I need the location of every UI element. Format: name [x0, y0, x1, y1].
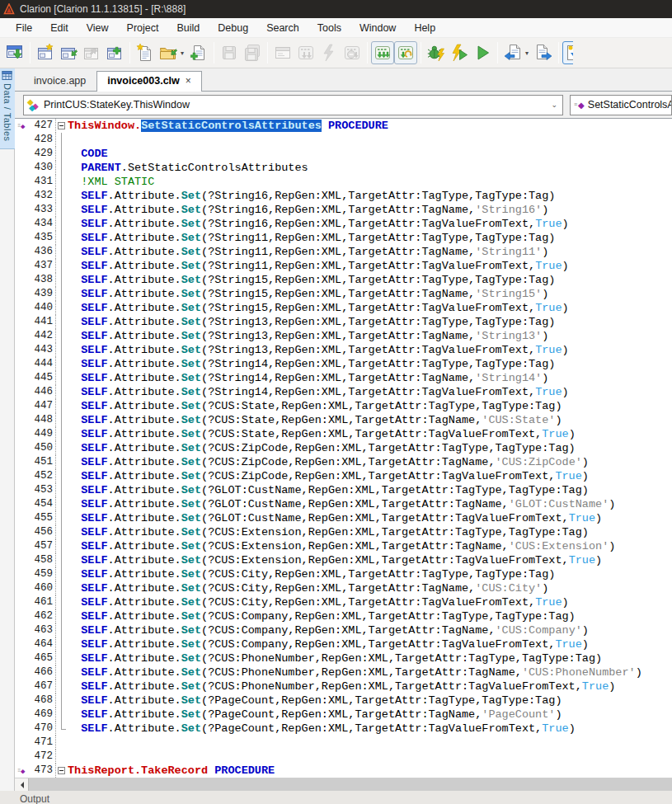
- code-line[interactable]: 462 SELF.Attribute.Set(?CUS:Company,RepG…: [15, 609, 672, 623]
- code-line[interactable]: ◆427ThisWindow.SetStaticControlsAttribut…: [15, 119, 672, 133]
- open-file-icon[interactable]: [157, 41, 180, 64]
- menu-view[interactable]: View: [78, 20, 118, 36]
- code-line[interactable]: 453 SELF.Attribute.Set(?GLOT:CustName,Re…: [15, 483, 672, 497]
- code-line[interactable]: 430 PARENT.SetStaticControlsAttributes: [15, 161, 672, 175]
- generate-code-icon[interactable]: [371, 41, 394, 64]
- code-line[interactable]: 458 SELF.Attribute.Set(?CUS:Extension,Re…: [15, 553, 672, 567]
- code-line[interactable]: 442 SELF.Attribute.Set(?String13,RepGen:…: [15, 329, 672, 343]
- menu-edit[interactable]: Edit: [41, 20, 78, 36]
- scroll-left-arrow-icon[interactable]: [15, 778, 28, 791]
- debug-start-icon[interactable]: [425, 41, 448, 64]
- data-tables-icon: [2, 70, 12, 81]
- menu-help[interactable]: Help: [405, 20, 444, 36]
- menu-search[interactable]: Search: [257, 20, 308, 36]
- code-line[interactable]: 433 SELF.Attribute.Set(?String16,RepGen:…: [15, 203, 672, 217]
- code-line[interactable]: 438 SELF.Attribute.Set(?String15,RepGen:…: [15, 273, 672, 287]
- new-file-icon[interactable]: [134, 41, 157, 64]
- code-line[interactable]: 432 SELF.Attribute.Set(?String16,RepGen:…: [15, 189, 672, 203]
- code-line[interactable]: 444 SELF.Attribute.Set(?String14,RepGen:…: [15, 357, 672, 371]
- menu-project[interactable]: Project: [118, 20, 168, 36]
- code-line[interactable]: 428: [15, 133, 672, 147]
- horizontal-scrollbar[interactable]: [15, 778, 672, 791]
- generate-application-icon[interactable]: [3, 41, 26, 64]
- tab-close-icon[interactable]: ×: [186, 75, 191, 87]
- code-line[interactable]: 447 SELF.Attribute.Set(?CUS:State,RepGen…: [15, 399, 672, 413]
- code-line[interactable]: 465 SELF.Attribute.Set(?CUS:PhoneNumber,…: [15, 651, 672, 665]
- previous-procedure-dropdown-icon[interactable]: ▾: [525, 49, 532, 57]
- next-procedure-icon[interactable]: [532, 41, 555, 64]
- fold-column: [56, 511, 68, 525]
- code-line[interactable]: 445 SELF.Attribute.Set(?String14,RepGen:…: [15, 371, 672, 385]
- fold-collapse-icon[interactable]: [56, 764, 68, 778]
- chevron-down-icon[interactable]: ⌄: [551, 101, 559, 109]
- code-line[interactable]: 460 SELF.Attribute.Set(?CUS:City,RepGen:…: [15, 581, 672, 595]
- open-file-dropdown-icon[interactable]: ▾: [181, 49, 187, 57]
- build-lightning-icon: [317, 41, 341, 64]
- menu-tools[interactable]: Tools: [308, 20, 350, 36]
- code-line[interactable]: 455 SELF.Attribute.Set(?GLOT:CustName,Re…: [15, 511, 672, 525]
- code-line[interactable]: 446 SELF.Attribute.Set(?String14,RepGen:…: [15, 385, 672, 399]
- code-line[interactable]: 469 SELF.Attribute.Set(?PageCount,RepGen…: [15, 708, 672, 722]
- previous-procedure-icon[interactable]: [501, 41, 524, 64]
- method-selector[interactable]: ◆ SetStaticControlsAtt: [570, 95, 672, 115]
- code-line[interactable]: 467 SELF.Attribute.Set(?CUS:PhoneNumber,…: [15, 679, 672, 694]
- code-line[interactable]: 440 SELF.Attribute.Set(?String15,RepGen:…: [15, 301, 672, 315]
- procedure-selector-value: PrintCUS:StateKey.ThisWindow: [44, 99, 190, 110]
- code-line[interactable]: 443 SELF.Attribute.Set(?String13,RepGen:…: [15, 343, 672, 357]
- menu-build[interactable]: Build: [167, 20, 209, 36]
- scrollbar-thumb[interactable]: [28, 778, 672, 791]
- edge-partial-icon[interactable]: [562, 41, 573, 64]
- code-line[interactable]: 429 CODE: [15, 147, 672, 161]
- code-line[interactable]: ◆473ThisReport.TakeRecord PROCEDURE: [15, 764, 672, 778]
- new-application-icon[interactable]: [34, 41, 57, 64]
- menu-window[interactable]: Window: [350, 20, 405, 36]
- code-line[interactable]: 468 SELF.Attribute.Set(?PageCount,RepGen…: [15, 694, 672, 708]
- add-file-icon[interactable]: [187, 41, 210, 64]
- menu-file[interactable]: File: [7, 20, 41, 36]
- code-line[interactable]: 436 SELF.Attribute.Set(?String11,RepGen:…: [15, 245, 672, 259]
- code-line[interactable]: 454 SELF.Attribute.Set(?GLOT:CustName,Re…: [15, 497, 672, 511]
- code-line[interactable]: 472: [15, 750, 672, 764]
- code-line[interactable]: 461 SELF.Attribute.Set(?CUS:City,RepGen:…: [15, 595, 672, 609]
- menu-debug[interactable]: Debug: [209, 20, 257, 36]
- toolbar-separator: [129, 42, 130, 63]
- code-line[interactable]: 457 SELF.Attribute.Set(?CUS:Extension,Re…: [15, 539, 672, 553]
- code-line[interactable]: 459 SELF.Attribute.Set(?CUS:City,RepGen:…: [15, 567, 672, 581]
- code-line[interactable]: 456 SELF.Attribute.Set(?CUS:Extension,Re…: [15, 525, 672, 539]
- code-editor[interactable]: ◆427ThisWindow.SetStaticControlsAttribut…: [15, 118, 672, 791]
- line-number: 430: [28, 161, 56, 175]
- code-line[interactable]: 471: [15, 736, 672, 750]
- code-text: SELF.Attribute.Set(?String15,RepGen:XML,…: [68, 287, 672, 301]
- code-line[interactable]: 449 SELF.Attribute.Set(?CUS:State,RepGen…: [15, 427, 672, 441]
- code-line[interactable]: 450 SELF.Attribute.Set(?CUS:ZipCode,RepG…: [15, 441, 672, 455]
- tab-invoice003-clw[interactable]: invoice003.clw ×: [96, 71, 202, 92]
- code-text: SELF.Attribute.Set(?String16,RepGen:XML,…: [68, 217, 672, 231]
- fold-collapse-icon[interactable]: [56, 119, 68, 133]
- sidebar-tab-data-tables[interactable]: Data / Tables: [0, 68, 15, 149]
- code-line[interactable]: 464 SELF.Attribute.Set(?CUS:Company,RepG…: [15, 637, 672, 651]
- code-text: SELF.Attribute.Set(?GLOT:CustName,RepGen…: [68, 511, 672, 525]
- code-line[interactable]: 434 SELF.Attribute.Set(?String16,RepGen:…: [15, 217, 672, 231]
- code-line[interactable]: 435 SELF.Attribute.Set(?String11,RepGen:…: [15, 231, 672, 245]
- add-application-icon[interactable]: [103, 41, 126, 64]
- regenerate-code-icon[interactable]: [394, 41, 417, 64]
- code-line[interactable]: 451 SELF.Attribute.Set(?CUS:ZipCode,RepG…: [15, 455, 672, 469]
- run-icon[interactable]: [471, 41, 494, 64]
- open-application-icon[interactable]: [57, 41, 80, 64]
- code-line[interactable]: 470 SELF.Attribute.Set(?PageCount,RepGen…: [15, 722, 672, 736]
- code-line[interactable]: 463 SELF.Attribute.Set(?CUS:Company,RepG…: [15, 623, 672, 637]
- gutter-margin: [15, 189, 28, 203]
- output-panel-header[interactable]: Output: [0, 791, 672, 804]
- toolbar-separator: [421, 42, 421, 63]
- run-with-debug-icon[interactable]: [448, 41, 471, 64]
- code-line[interactable]: 439 SELF.Attribute.Set(?String15,RepGen:…: [15, 287, 672, 301]
- code-line[interactable]: 466 SELF.Attribute.Set(?CUS:PhoneNumber,…: [15, 665, 672, 679]
- tab-invoice-app[interactable]: invoice.app: [23, 71, 96, 91]
- code-line[interactable]: 452 SELF.Attribute.Set(?CUS:ZipCode,RepG…: [15, 469, 672, 483]
- procedure-selector[interactable]: ◆◆◆ PrintCUS:StateKey.ThisWindow ⌄: [23, 95, 563, 115]
- code-line[interactable]: 431 !XML STATIC: [15, 175, 672, 189]
- code-line[interactable]: 437 SELF.Attribute.Set(?String11,RepGen:…: [15, 259, 672, 273]
- code-line[interactable]: 441 SELF.Attribute.Set(?String13,RepGen:…: [15, 315, 672, 329]
- code-line[interactable]: 448 SELF.Attribute.Set(?CUS:State,RepGen…: [15, 413, 672, 427]
- code-text: SELF.Attribute.Set(?CUS:Company,RepGen:X…: [68, 609, 672, 623]
